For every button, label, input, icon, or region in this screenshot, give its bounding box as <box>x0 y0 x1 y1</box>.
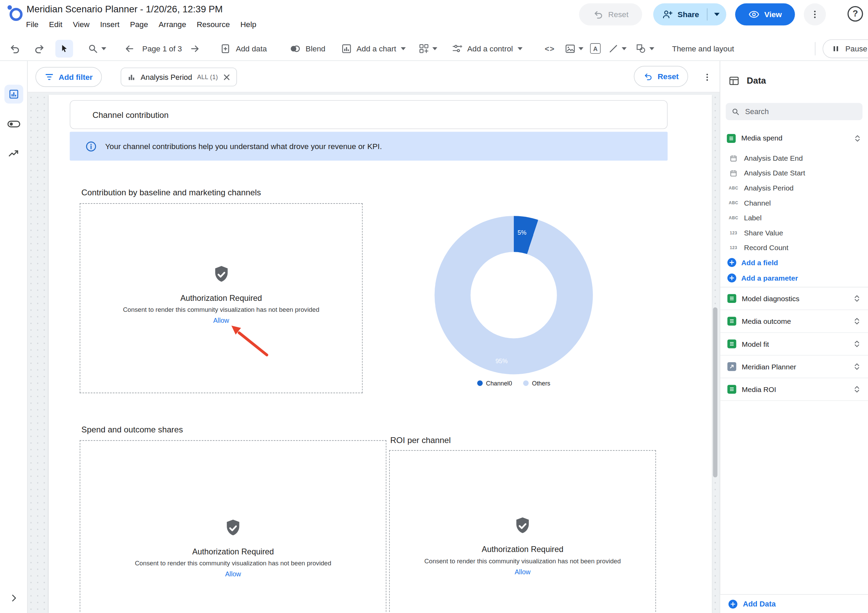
add-chart-button[interactable]: Add a chart <box>356 44 396 53</box>
field-label: Channel <box>744 199 771 207</box>
rail-report-tool[interactable] <box>5 85 23 104</box>
expand-fields-icon[interactable] <box>852 340 862 348</box>
plus-icon <box>728 273 736 282</box>
pause-updates-button[interactable]: Pause u <box>822 39 868 58</box>
auth-box-spend-shares[interactable]: Authorization Required Consent to render… <box>80 440 386 613</box>
data-source-model-diagnostics[interactable]: Model diagnostics <box>720 287 868 310</box>
field-analysis-date-end[interactable]: Analysis Date End <box>720 151 868 166</box>
menu-page[interactable]: Page <box>130 20 148 29</box>
legend-item-others[interactable]: Others <box>523 380 550 386</box>
add-a-parameter-button[interactable]: Add a parameter <box>720 270 868 286</box>
menu-help[interactable]: Help <box>240 20 257 29</box>
allow-link[interactable]: Allow <box>515 568 530 576</box>
header-more-options-button[interactable] <box>804 3 826 26</box>
expand-fields-icon[interactable] <box>852 362 862 371</box>
line-tool-button[interactable] <box>608 43 618 54</box>
legend-dot-others <box>523 380 529 386</box>
auth-box-contribution[interactable]: Authorization Required Consent to render… <box>80 203 363 393</box>
menu-file[interactable]: File <box>26 20 38 29</box>
community-visualization-caret-icon[interactable] <box>432 47 437 50</box>
data-source-meridian-planner[interactable]: Meridian Planner <box>720 356 868 378</box>
text-tool-button[interactable]: A <box>590 43 601 54</box>
add-control-button[interactable]: Add a control <box>467 44 513 53</box>
legend-item-channel0[interactable]: Channel0 <box>477 380 512 386</box>
menu-view[interactable]: View <box>73 20 90 29</box>
donut-chart[interactable]: 5% 95% <box>435 216 593 374</box>
sheets-icon <box>727 133 736 143</box>
filter-reset-button[interactable]: Reset <box>634 66 688 87</box>
trending-up-icon <box>8 147 20 160</box>
donut-annotation-5: 5% <box>518 229 527 236</box>
share-button[interactable]: Share <box>653 3 726 26</box>
expand-fields-icon[interactable] <box>852 385 862 394</box>
auth-box-roi[interactable]: Authorization Required Consent to render… <box>389 450 656 613</box>
channel-contribution-title-card[interactable]: Channel contribution <box>70 100 668 129</box>
menu-resource[interactable]: Resource <box>197 20 230 29</box>
allow-link[interactable]: Allow <box>225 571 241 578</box>
auth-title: Authorization Required <box>80 294 362 303</box>
image-tool-button[interactable] <box>564 43 575 54</box>
text-type-icon: ABC <box>728 216 739 221</box>
search-box[interactable] <box>726 103 863 120</box>
previous-page-button[interactable] <box>124 43 135 54</box>
filter-chip-value: ALL (1) <box>197 74 218 80</box>
view-button[interactable]: View <box>735 3 795 26</box>
rail-trend-tool[interactable] <box>5 144 23 163</box>
field-channel[interactable]: ABC Channel <box>720 195 868 210</box>
field-share-value[interactable]: 123 Share Value <box>720 225 868 241</box>
header-reset-button[interactable]: Reset <box>579 3 642 26</box>
share-caret-icon[interactable] <box>714 13 720 16</box>
data-source-model-fit[interactable]: Model fit <box>720 333 868 355</box>
menu-edit[interactable]: Edit <box>49 20 62 29</box>
filter-chip-close-icon[interactable] <box>223 73 230 81</box>
data-source-label: Model diagnostics <box>742 294 800 303</box>
search-input[interactable] <box>745 108 848 116</box>
blend-button[interactable]: Blend <box>305 44 326 53</box>
field-analysis-date-start[interactable]: Analysis Date Start <box>720 166 868 181</box>
add-data-button[interactable]: Add Data <box>720 594 868 613</box>
add-a-field-button[interactable]: Add a field <box>720 255 868 270</box>
add-chart-caret-icon[interactable] <box>400 47 406 50</box>
page-indicator[interactable]: Page 1 of 3 <box>142 44 182 53</box>
line-caret-icon[interactable] <box>622 47 627 50</box>
data-source-media-spend[interactable]: Media spend <box>720 130 868 146</box>
canvas-scrollbar[interactable] <box>713 307 717 477</box>
field-analysis-period[interactable]: ABC Analysis Period <box>720 181 868 196</box>
looker-studio-logo[interactable] <box>5 3 23 22</box>
zoom-caret-icon[interactable] <box>101 47 107 50</box>
rail-expand-button[interactable] <box>5 589 23 608</box>
redo-button[interactable] <box>33 42 46 55</box>
theme-layout-button[interactable]: Theme and layout <box>672 44 734 53</box>
shape-tool-button[interactable] <box>636 43 646 54</box>
expand-fields-icon[interactable] <box>852 317 862 326</box>
field-label: Record Count <box>744 244 789 252</box>
select-tool-button[interactable] <box>56 40 73 57</box>
eye-icon <box>748 9 759 20</box>
next-page-button[interactable] <box>189 43 200 54</box>
zoom-tool-button[interactable] <box>87 43 98 54</box>
add-control-caret-icon[interactable] <box>517 47 522 50</box>
add-filter-button[interactable]: Add filter <box>35 67 102 87</box>
field-label-field[interactable]: ABC Label <box>720 210 868 225</box>
embed-button[interactable]: <> <box>545 44 555 53</box>
rail-control-tool[interactable] <box>5 115 23 133</box>
menu-arrange[interactable]: Arrange <box>159 20 186 29</box>
data-source-media-outcome[interactable]: Media outcome <box>720 310 868 333</box>
shape-caret-icon[interactable] <box>649 47 655 50</box>
section2-title: Spend and outcome shares <box>82 425 183 434</box>
auth-message: Consent to render this community visuali… <box>390 557 656 564</box>
field-record-count[interactable]: 123 Record Count <box>720 240 868 255</box>
add-data-button[interactable]: Add data <box>236 44 267 53</box>
undo-button[interactable] <box>9 42 21 55</box>
community-visualization-button[interactable] <box>418 43 429 54</box>
menu-insert[interactable]: Insert <box>100 20 119 29</box>
analysis-period-filter-chip[interactable]: Analysis Period ALL (1) <box>121 68 237 86</box>
data-table-icon <box>728 75 739 86</box>
expand-fields-icon[interactable] <box>852 294 862 303</box>
help-icon[interactable]: ? <box>848 6 863 22</box>
filter-bar-more-options-button[interactable] <box>700 70 714 84</box>
data-source-media-roi[interactable]: Media ROI <box>720 378 868 401</box>
report-title[interactable]: Meridian Scenario Planner - 1/20/26, 12:… <box>27 4 223 15</box>
collapse-fields-icon[interactable] <box>853 133 862 143</box>
image-caret-icon[interactable] <box>578 47 584 50</box>
